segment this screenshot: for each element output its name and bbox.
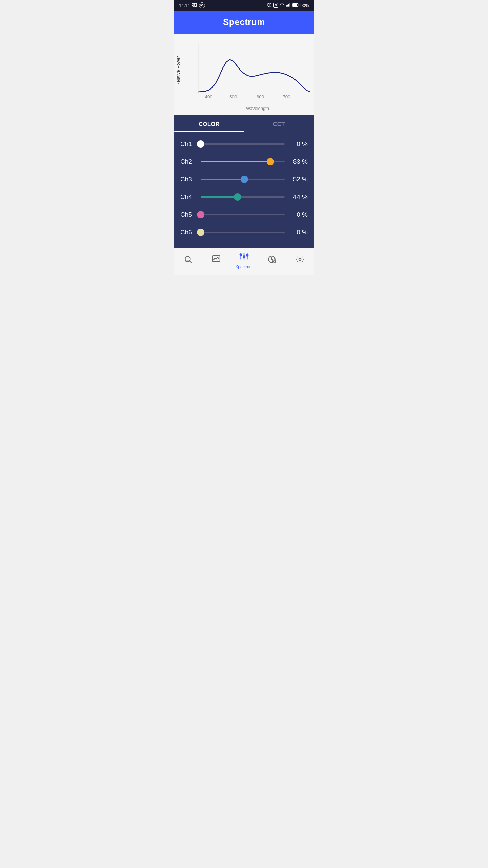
- app-title: Spectrum: [223, 17, 265, 27]
- sliders-nav-icon: [239, 252, 249, 263]
- svg-text:500: 500: [229, 94, 237, 99]
- y-axis-label: Relative Power: [176, 44, 181, 98]
- svg-point-21: [240, 254, 242, 256]
- nav-item-settings[interactable]: [286, 255, 314, 266]
- ch5-slider[interactable]: [201, 211, 285, 219]
- svg-rect-5: [298, 4, 298, 5]
- status-right: N 90%: [267, 3, 309, 8]
- notification-badge: 90: [199, 2, 205, 8]
- nfc-icon: N: [273, 3, 278, 8]
- channel-3-row: Ch3 52 %: [174, 171, 314, 188]
- svg-line-14: [190, 261, 192, 263]
- nav-item-graph[interactable]: [202, 255, 230, 266]
- ch3-label: Ch3: [180, 176, 198, 183]
- photo-icon: 🖼: [192, 3, 197, 8]
- status-left: 14:14 🖼 90: [179, 2, 205, 8]
- svg-rect-0: [286, 5, 287, 7]
- svg-rect-1: [287, 4, 288, 6]
- x-axis-label: Wavelength: [205, 106, 310, 111]
- battery-percentage: 90%: [300, 3, 309, 8]
- svg-point-23: [246, 254, 248, 256]
- search-nav-icon: [184, 255, 192, 266]
- svg-text:700: 700: [283, 94, 290, 99]
- nav-item-time[interactable]: [258, 255, 286, 266]
- channel-6-row: Ch6 0 %: [174, 223, 314, 241]
- channel-2-row: Ch2 83 %: [174, 153, 314, 171]
- ch4-value: 44 %: [287, 193, 308, 201]
- svg-text:600: 600: [257, 94, 264, 99]
- battery-icon: [292, 3, 299, 8]
- graph-nav-icon: [212, 255, 221, 266]
- tab-cct[interactable]: CCT: [244, 115, 314, 132]
- ch6-label: Ch6: [180, 229, 198, 236]
- app-header: Spectrum: [174, 11, 314, 34]
- channel-4-row: Ch4 44 %: [174, 188, 314, 206]
- ch4-label: Ch4: [180, 193, 198, 201]
- ch5-label: Ch5: [180, 211, 198, 218]
- svg-rect-6: [293, 4, 297, 6]
- ch5-value: 0 %: [287, 211, 308, 218]
- nav-item-spectrum[interactable]: Spectrum: [230, 252, 258, 269]
- channel-5-row: Ch5 0 %: [174, 206, 314, 223]
- ch1-label: Ch1: [180, 140, 198, 148]
- status-bar: 14:14 🖼 90 N 90%: [174, 0, 314, 11]
- channel-1-row: Ch1 0 %: [174, 135, 314, 153]
- ch1-slider[interactable]: [201, 140, 285, 148]
- chart-area: Relative Power 400 500 600 700 Wavelengt…: [174, 34, 314, 115]
- wifi-icon: [280, 3, 284, 8]
- tabs-section: COLOR CCT: [174, 115, 314, 132]
- svg-text:400: 400: [205, 94, 212, 99]
- chart-svg-wrapper: 400 500 600 700 Wavelength: [191, 40, 310, 112]
- ch1-value: 0 %: [287, 140, 308, 148]
- spectrum-line: [198, 60, 310, 92]
- ch3-slider[interactable]: [201, 175, 285, 183]
- settings-nav-icon: [296, 255, 304, 266]
- svg-point-13: [185, 256, 190, 261]
- spectrum-nav-label: Spectrum: [235, 264, 252, 269]
- status-time: 14:14: [179, 3, 190, 8]
- alarm-icon: [267, 3, 272, 8]
- spectrum-chart: 400 500 600 700: [191, 40, 310, 103]
- ch2-slider[interactable]: [201, 158, 285, 166]
- ch3-value: 52 %: [287, 176, 308, 183]
- ch2-value: 83 %: [287, 158, 308, 165]
- bottom-nav: Spectrum: [174, 248, 314, 275]
- time-nav-icon: [267, 255, 276, 266]
- tab-color[interactable]: COLOR: [174, 115, 244, 132]
- svg-point-22: [243, 256, 245, 258]
- svg-point-26: [299, 258, 301, 261]
- ch2-label: Ch2: [180, 158, 198, 165]
- svg-rect-3: [289, 3, 290, 7]
- ch6-value: 0 %: [287, 229, 308, 236]
- nav-item-search[interactable]: [174, 255, 202, 266]
- sliders-section: Ch1 0 % Ch2 83 % Ch3 52 %: [174, 132, 314, 248]
- ch6-slider[interactable]: [201, 228, 285, 236]
- ch4-slider[interactable]: [201, 193, 285, 201]
- signal-icon: [286, 3, 291, 8]
- svg-rect-2: [288, 4, 289, 6]
